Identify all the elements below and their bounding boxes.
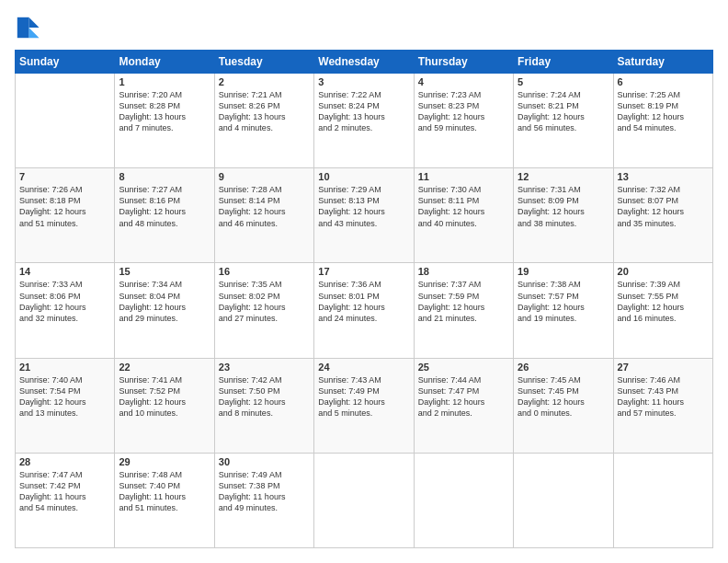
day-info: Sunrise: 7:27 AMSunset: 8:16 PMDaylight:… xyxy=(119,184,210,229)
calendar-week-2: 7Sunrise: 7:26 AMSunset: 8:18 PMDaylight… xyxy=(16,168,713,263)
calendar-cell: 3Sunrise: 7:22 AMSunset: 8:24 PMDaylight… xyxy=(314,74,414,168)
day-number: 7 xyxy=(19,171,110,182)
svg-marker-0 xyxy=(28,17,39,28)
calendar-cell: 26Sunrise: 7:45 AMSunset: 7:45 PMDayligh… xyxy=(514,358,613,453)
weekday-header-sunday: Sunday xyxy=(16,51,115,74)
calendar-cell: 17Sunrise: 7:36 AMSunset: 8:01 PMDayligh… xyxy=(314,263,414,358)
calendar-cell: 27Sunrise: 7:46 AMSunset: 7:43 PMDayligh… xyxy=(613,358,712,453)
calendar-cell: 18Sunrise: 7:37 AMSunset: 7:59 PMDayligh… xyxy=(414,263,513,358)
calendar-cell: 20Sunrise: 7:39 AMSunset: 7:55 PMDayligh… xyxy=(613,263,712,358)
day-number: 14 xyxy=(19,266,110,277)
day-info: Sunrise: 7:28 AMSunset: 8:14 PMDaylight:… xyxy=(219,184,310,229)
weekday-header-monday: Monday xyxy=(115,51,214,74)
logo-icon xyxy=(15,15,40,40)
calendar-table: SundayMondayTuesdayWednesdayThursdayFrid… xyxy=(15,50,713,548)
day-info: Sunrise: 7:25 AMSunset: 8:19 PMDaylight:… xyxy=(618,89,709,134)
day-number: 22 xyxy=(119,362,210,373)
calendar-cell: 19Sunrise: 7:38 AMSunset: 7:57 PMDayligh… xyxy=(514,263,613,358)
calendar-cell xyxy=(613,453,712,547)
calendar-cell: 9Sunrise: 7:28 AMSunset: 8:14 PMDaylight… xyxy=(214,168,313,263)
calendar-cell: 4Sunrise: 7:23 AMSunset: 8:23 PMDaylight… xyxy=(414,74,513,168)
calendar-cell xyxy=(16,74,115,168)
svg-marker-1 xyxy=(28,28,39,38)
weekday-header-tuesday: Tuesday xyxy=(214,51,313,74)
day-number: 9 xyxy=(219,171,310,182)
day-number: 15 xyxy=(119,266,210,277)
calendar-cell: 11Sunrise: 7:30 AMSunset: 8:11 PMDayligh… xyxy=(414,168,513,263)
page-header xyxy=(15,15,713,40)
svg-rect-2 xyxy=(17,17,29,38)
day-number: 10 xyxy=(318,171,409,182)
day-info: Sunrise: 7:41 AMSunset: 7:52 PMDaylight:… xyxy=(119,374,210,419)
day-info: Sunrise: 7:21 AMSunset: 8:26 PMDaylight:… xyxy=(219,89,310,134)
day-number: 19 xyxy=(518,266,609,277)
calendar-cell: 10Sunrise: 7:29 AMSunset: 8:13 PMDayligh… xyxy=(314,168,414,263)
calendar-cell xyxy=(514,453,613,547)
day-info: Sunrise: 7:30 AMSunset: 8:11 PMDaylight:… xyxy=(418,184,509,229)
calendar-cell: 7Sunrise: 7:26 AMSunset: 8:18 PMDaylight… xyxy=(16,168,115,263)
day-info: Sunrise: 7:24 AMSunset: 8:21 PMDaylight:… xyxy=(518,89,609,134)
calendar-cell xyxy=(314,453,414,547)
day-info: Sunrise: 7:42 AMSunset: 7:50 PMDaylight:… xyxy=(219,374,310,419)
day-info: Sunrise: 7:47 AMSunset: 7:42 PMDaylight:… xyxy=(19,469,110,514)
weekday-header-saturday: Saturday xyxy=(613,51,712,74)
calendar-cell: 5Sunrise: 7:24 AMSunset: 8:21 PMDaylight… xyxy=(514,74,613,168)
calendar-cell: 24Sunrise: 7:43 AMSunset: 7:49 PMDayligh… xyxy=(314,358,414,453)
day-info: Sunrise: 7:48 AMSunset: 7:40 PMDaylight:… xyxy=(119,469,210,514)
day-number: 6 xyxy=(618,76,709,87)
day-info: Sunrise: 7:43 AMSunset: 7:49 PMDaylight:… xyxy=(318,374,409,419)
calendar-cell: 1Sunrise: 7:20 AMSunset: 8:28 PMDaylight… xyxy=(115,74,214,168)
calendar-cell: 16Sunrise: 7:35 AMSunset: 8:02 PMDayligh… xyxy=(214,263,313,358)
weekday-header-wednesday: Wednesday xyxy=(314,51,414,74)
day-number: 12 xyxy=(518,171,609,182)
day-number: 18 xyxy=(418,266,509,277)
calendar-week-1: 1Sunrise: 7:20 AMSunset: 8:28 PMDaylight… xyxy=(16,74,713,168)
calendar-cell: 13Sunrise: 7:32 AMSunset: 8:07 PMDayligh… xyxy=(613,168,712,263)
day-number: 28 xyxy=(19,456,110,467)
day-info: Sunrise: 7:35 AMSunset: 8:02 PMDaylight:… xyxy=(219,279,310,324)
calendar-week-4: 21Sunrise: 7:40 AMSunset: 7:54 PMDayligh… xyxy=(16,358,713,453)
calendar-cell: 8Sunrise: 7:27 AMSunset: 8:16 PMDaylight… xyxy=(115,168,214,263)
day-number: 8 xyxy=(119,171,210,182)
day-number: 23 xyxy=(219,362,310,373)
day-number: 29 xyxy=(119,456,210,467)
day-number: 16 xyxy=(219,266,310,277)
calendar-week-5: 28Sunrise: 7:47 AMSunset: 7:42 PMDayligh… xyxy=(16,453,713,547)
day-number: 2 xyxy=(219,76,310,87)
day-info: Sunrise: 7:36 AMSunset: 8:01 PMDaylight:… xyxy=(318,279,409,324)
calendar-cell: 28Sunrise: 7:47 AMSunset: 7:42 PMDayligh… xyxy=(16,453,115,547)
day-info: Sunrise: 7:44 AMSunset: 7:47 PMDaylight:… xyxy=(418,374,509,419)
day-info: Sunrise: 7:34 AMSunset: 8:04 PMDaylight:… xyxy=(119,279,210,324)
day-info: Sunrise: 7:20 AMSunset: 8:28 PMDaylight:… xyxy=(119,89,210,134)
day-number: 17 xyxy=(318,266,409,277)
day-number: 27 xyxy=(618,362,709,373)
calendar-cell: 2Sunrise: 7:21 AMSunset: 8:26 PMDaylight… xyxy=(214,74,313,168)
day-info: Sunrise: 7:23 AMSunset: 8:23 PMDaylight:… xyxy=(418,89,509,134)
day-number: 3 xyxy=(318,76,409,87)
day-info: Sunrise: 7:22 AMSunset: 8:24 PMDaylight:… xyxy=(318,89,409,134)
calendar-cell: 15Sunrise: 7:34 AMSunset: 8:04 PMDayligh… xyxy=(115,263,214,358)
calendar-week-3: 14Sunrise: 7:33 AMSunset: 8:06 PMDayligh… xyxy=(16,263,713,358)
day-number: 25 xyxy=(418,362,509,373)
calendar-cell: 25Sunrise: 7:44 AMSunset: 7:47 PMDayligh… xyxy=(414,358,513,453)
calendar-cell: 22Sunrise: 7:41 AMSunset: 7:52 PMDayligh… xyxy=(115,358,214,453)
calendar-cell: 21Sunrise: 7:40 AMSunset: 7:54 PMDayligh… xyxy=(16,358,115,453)
day-info: Sunrise: 7:32 AMSunset: 8:07 PMDaylight:… xyxy=(618,184,709,229)
day-info: Sunrise: 7:33 AMSunset: 8:06 PMDaylight:… xyxy=(19,279,110,324)
day-info: Sunrise: 7:29 AMSunset: 8:13 PMDaylight:… xyxy=(318,184,409,229)
day-number: 21 xyxy=(19,362,110,373)
day-number: 5 xyxy=(518,76,609,87)
day-info: Sunrise: 7:39 AMSunset: 7:55 PMDaylight:… xyxy=(618,279,709,324)
calendar-cell: 12Sunrise: 7:31 AMSunset: 8:09 PMDayligh… xyxy=(514,168,613,263)
calendar-cell: 14Sunrise: 7:33 AMSunset: 8:06 PMDayligh… xyxy=(16,263,115,358)
day-number: 30 xyxy=(219,456,310,467)
calendar-cell: 30Sunrise: 7:49 AMSunset: 7:38 PMDayligh… xyxy=(214,453,313,547)
day-info: Sunrise: 7:38 AMSunset: 7:57 PMDaylight:… xyxy=(518,279,609,324)
day-number: 11 xyxy=(418,171,509,182)
day-info: Sunrise: 7:49 AMSunset: 7:38 PMDaylight:… xyxy=(219,469,310,514)
day-info: Sunrise: 7:45 AMSunset: 7:45 PMDaylight:… xyxy=(518,374,609,419)
day-number: 26 xyxy=(518,362,609,373)
day-number: 1 xyxy=(119,76,210,87)
calendar-cell: 23Sunrise: 7:42 AMSunset: 7:50 PMDayligh… xyxy=(214,358,313,453)
day-number: 20 xyxy=(618,266,709,277)
